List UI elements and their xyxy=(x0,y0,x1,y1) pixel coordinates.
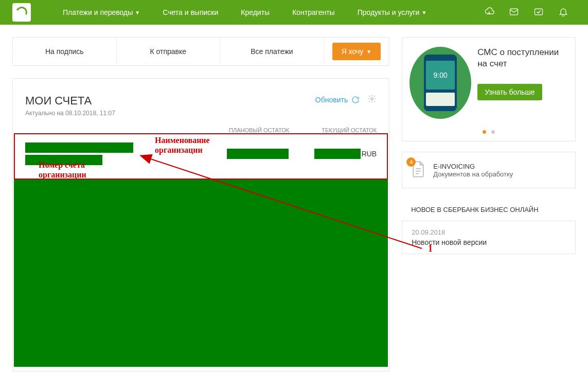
annotation-account-number-label: Номер счета организации xyxy=(39,160,86,180)
action-tabs: На подпись К отправке Все платежи Я хочу… xyxy=(12,37,389,66)
carousel-dots xyxy=(402,126,575,141)
carousel-dot[interactable] xyxy=(491,130,495,134)
nav-products[interactable]: Продукты и услуги ▼ xyxy=(346,8,438,16)
bell-icon[interactable] xyxy=(551,7,576,19)
gear-icon xyxy=(367,94,377,103)
refresh-icon xyxy=(351,95,360,104)
nav-label: Кредиты xyxy=(241,8,270,16)
einvoicing-subtitle: Документов на обработку xyxy=(433,170,513,178)
chevron-down-icon: ▼ xyxy=(366,49,371,55)
tab-all-payments[interactable]: Все платежи xyxy=(220,38,324,65)
mail-icon[interactable] xyxy=(502,7,526,19)
accounts-subtitle: Актуально на 08.10.2018, 11:07 xyxy=(25,110,115,117)
svg-rect-0 xyxy=(510,9,518,15)
news-date: 20.09.2018 xyxy=(412,228,566,236)
promo-image: 9:00 xyxy=(409,47,471,119)
logo[interactable] xyxy=(12,3,31,22)
logo-icon xyxy=(14,5,29,20)
nav-accounts[interactable]: Счета и выписки xyxy=(151,8,229,16)
nav-payments[interactable]: Платежи и переводы ▼ xyxy=(51,8,151,16)
carousel-dot[interactable] xyxy=(483,130,486,134)
top-navbar: Платежи и переводы ▼ Счета и выписки Кре… xyxy=(0,0,588,25)
account-row[interactable]: RUB Наименование организации Номер счета… xyxy=(13,138,389,174)
my-accounts-card: МОИ СЧЕТА Актуально на 08.10.2018, 11:07… xyxy=(12,78,389,371)
nav-label: Контрагенты xyxy=(292,8,334,16)
currency-label: RUB xyxy=(362,150,377,158)
redacted-org-name xyxy=(25,143,133,153)
tab-to-send[interactable]: К отправке xyxy=(117,38,221,65)
annotation-org-name-label: Наименование организации xyxy=(155,135,210,155)
phone-icon: 9:00 xyxy=(424,55,457,111)
einvoicing-title: E-INVOICING xyxy=(433,163,513,170)
redacted-current-balance xyxy=(314,149,361,159)
tab-for-signing[interactable]: На подпись xyxy=(13,38,117,65)
refresh-button[interactable]: Обновить xyxy=(315,95,360,104)
cloud-download-icon[interactable] xyxy=(477,7,502,19)
nav-label: Платежи и переводы xyxy=(63,8,133,16)
e-invoicing-card[interactable]: 4 E-INVOICING Документов на обработку xyxy=(402,152,576,188)
i-want-button[interactable]: Я хочу ▼ xyxy=(332,43,381,60)
redacted-planned-balance xyxy=(227,149,289,159)
col-header-planned: ПЛАНОВЫЙ ОСТАТОК xyxy=(202,127,289,133)
learn-more-button[interactable]: Узнать больше xyxy=(477,84,542,100)
promo-title: СМС о поступлении на счет xyxy=(477,47,568,69)
accounts-title: МОИ СЧЕТА xyxy=(25,94,115,108)
promo-card: 9:00 СМС о поступлении на счет Узнать бо… xyxy=(402,37,576,141)
news-title: Новости новой версии xyxy=(412,238,566,246)
redacted-content-block xyxy=(14,179,388,367)
settings-button[interactable] xyxy=(367,94,377,105)
annotation-arrow-label: 1 xyxy=(428,243,433,254)
nav-credits[interactable]: Кредиты xyxy=(229,8,281,16)
nav-label: Счета и выписки xyxy=(163,8,218,16)
chevron-down-icon: ▼ xyxy=(135,10,140,15)
chevron-down-icon: ▼ xyxy=(421,10,426,15)
inbox-check-icon[interactable] xyxy=(526,7,551,19)
news-heading: НОВОЕ В СБЕРБАНК БИЗНЕС ОНЛАЙН xyxy=(402,199,576,221)
nav-label: Продукты и услуги xyxy=(358,8,420,16)
nav-counterparties[interactable]: Контрагенты xyxy=(281,8,346,16)
svg-rect-1 xyxy=(535,9,543,15)
svg-point-2 xyxy=(371,98,373,100)
col-header-current: ТЕКУЩИЙ ОСТАТОК xyxy=(289,127,377,133)
